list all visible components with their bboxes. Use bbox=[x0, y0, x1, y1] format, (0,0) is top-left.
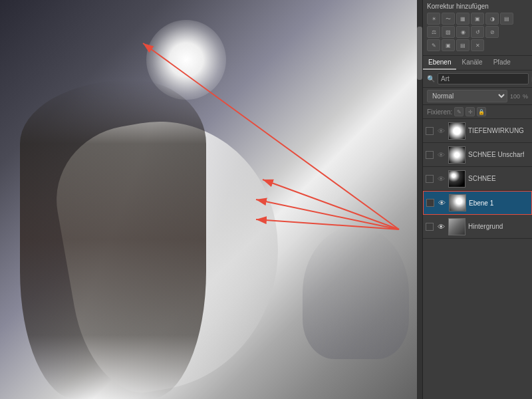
lock-all-icon[interactable]: 🔒 bbox=[477, 107, 486, 116]
exposure-tool-btn[interactable]: ▤ bbox=[500, 13, 513, 25]
fix-row: Fixieren: ✎ ✛ 🔒 bbox=[423, 105, 532, 119]
layer-visibility-schnee[interactable]: 👁 bbox=[436, 174, 446, 184]
canvas-area bbox=[0, 0, 422, 399]
layer-visibility-tiefenwirkung[interactable]: 👁 bbox=[436, 126, 446, 136]
canvas-scrollbar-thumb[interactable] bbox=[417, 27, 422, 80]
layer-item-schnee[interactable]: 👁 SCHNEE bbox=[423, 167, 532, 191]
invert-tool-btn[interactable]: ⊘ bbox=[485, 26, 499, 38]
fix-label: Fixieren: bbox=[427, 108, 452, 116]
tab-ebenen[interactable]: Ebenen bbox=[423, 56, 456, 70]
color-balance-tool-btn[interactable]: ▣ bbox=[471, 13, 484, 25]
figure-silhouette bbox=[20, 80, 206, 399]
toolbar-row-2: ⚖ ▧ ◉ ↺ ⊘ bbox=[427, 26, 528, 38]
levels-tool-btn[interactable]: ▦ bbox=[456, 13, 469, 25]
layer-thumb-tiefenwirkung bbox=[448, 122, 466, 140]
mist-figures bbox=[303, 226, 409, 359]
layer-checkbox-ebene1[interactable] bbox=[426, 199, 434, 207]
panel-tabs: Ebenen Kanäle Pfade bbox=[423, 56, 532, 70]
brightness-tool-btn[interactable]: ☀ bbox=[427, 13, 440, 25]
layer-thumb-ebene1 bbox=[449, 194, 466, 211]
canvas-scrollbar[interactable] bbox=[417, 0, 422, 399]
layers-list: 👁 TIEFENWIRKUNG 👁 SCHNEE Unscharf 👁 SCHN… bbox=[423, 119, 532, 399]
layer-thumb-schnee-unscharf bbox=[448, 146, 466, 164]
gradient-tool-btn[interactable]: ◉ bbox=[456, 26, 469, 38]
layer-checkbox-schnee[interactable] bbox=[426, 175, 434, 183]
tab-kanaele[interactable]: Kanäle bbox=[456, 56, 487, 70]
layer-visibility-hintergrund[interactable]: 👁 bbox=[436, 221, 446, 232]
lock-position-icon[interactable]: ✎ bbox=[454, 107, 464, 116]
layer-thumb-schnee bbox=[448, 170, 466, 188]
layer-item-schnee-unscharf[interactable]: 👁 SCHNEE Unscharf bbox=[423, 143, 532, 167]
layer-thumb-hintergrund bbox=[448, 218, 466, 235]
panel-header-title: Korrektur hinzufügen bbox=[427, 3, 528, 10]
layer-visibility-schnee-unscharf[interactable]: 👁 bbox=[436, 150, 446, 160]
layer-item-ebene1[interactable]: 👁 Ebene 1 bbox=[423, 191, 532, 215]
layer-name-tiefenwirkung: TIEFENWIRKUNG bbox=[468, 127, 524, 134]
layer-checkbox-schnee-unscharf[interactable] bbox=[426, 151, 434, 159]
layer-name-schnee-unscharf: SCHNEE Unscharf bbox=[468, 151, 524, 158]
layer-item-hintergrund[interactable]: 👁 Hintergrund bbox=[423, 215, 532, 239]
layer-checkbox-hintergrund[interactable] bbox=[426, 223, 434, 231]
layer-checkbox-tiefenwirkung[interactable] bbox=[426, 127, 434, 135]
pencil-tool-btn[interactable]: ✎ bbox=[427, 39, 440, 51]
blend-mode-row: Normal 100 % bbox=[423, 88, 532, 105]
layer-name-hintergrund: Hintergrund bbox=[468, 223, 503, 230]
toolbar-row-3: ✎ ▣ ▤ ✕ bbox=[427, 39, 528, 51]
close-tool-btn[interactable]: ✕ bbox=[471, 39, 484, 51]
layer-visibility-ebene1[interactable]: 👁 bbox=[436, 198, 447, 208]
tab-pfade[interactable]: Pfade bbox=[488, 56, 516, 70]
opacity-icon: 100 bbox=[510, 93, 520, 100]
hue-sat-tool-btn[interactable]: ◑ bbox=[485, 13, 499, 25]
lock-move-icon[interactable]: ✛ bbox=[466, 107, 475, 116]
layer-name-ebene1: Ebene 1 bbox=[469, 200, 493, 207]
vibrance-tool-btn[interactable]: ⚖ bbox=[427, 26, 440, 38]
search-input[interactable] bbox=[438, 73, 529, 84]
search-icon: 🔍 bbox=[427, 74, 435, 84]
photo-background bbox=[0, 0, 422, 399]
layer-item-tiefenwirkung[interactable]: 👁 TIEFENWIRKUNG bbox=[423, 119, 532, 143]
stamp-tool-btn[interactable]: ▣ bbox=[442, 39, 455, 51]
photo-filter-tool-btn[interactable]: ↺ bbox=[471, 26, 484, 38]
toolbar-row-1: ☀ 〜 ▦ ▣ ◑ ▤ bbox=[427, 13, 528, 25]
grid-tool-btn[interactable]: ▤ bbox=[456, 39, 469, 51]
curves-tool-btn[interactable]: 〜 bbox=[442, 13, 455, 25]
layer-name-schnee: SCHNEE bbox=[468, 175, 496, 182]
panel-header: Korrektur hinzufügen ☀ 〜 ▦ ▣ ◑ ▤ ⚖ ▧ ◉ ↺… bbox=[423, 0, 532, 56]
opacity-percent: % bbox=[523, 93, 528, 100]
channel-mixer-tool-btn[interactable]: ▧ bbox=[442, 26, 455, 38]
right-panel: Korrektur hinzufügen ☀ 〜 ▦ ▣ ◑ ▤ ⚖ ▧ ◉ ↺… bbox=[422, 0, 532, 399]
search-bar: 🔍 ▤ ⚙ bbox=[423, 70, 532, 88]
blend-mode-select[interactable]: Normal bbox=[427, 90, 507, 102]
